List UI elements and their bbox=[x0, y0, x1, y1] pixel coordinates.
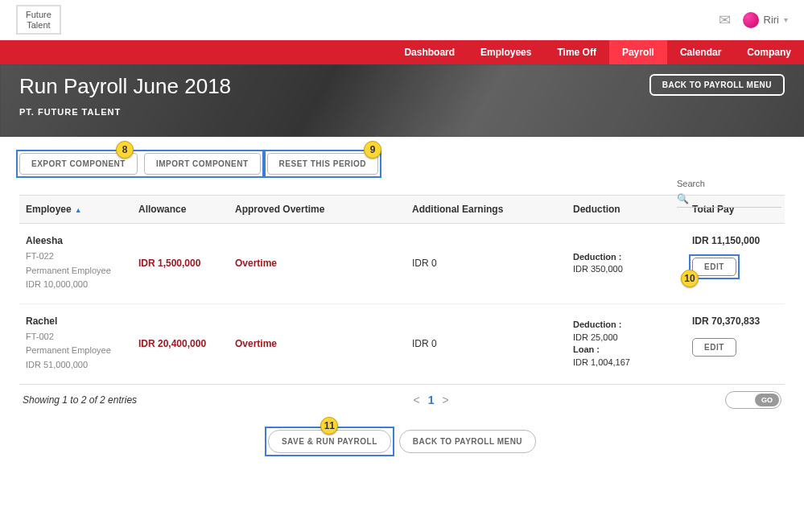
import-component-button[interactable]: IMPORT COMPONENT bbox=[144, 153, 261, 175]
deduction-line: Deduction :IDR 25,000 bbox=[573, 319, 679, 344]
bottom-actions: SAVE & RUN PAYROLL 11 BACK TO PAYROLL ME… bbox=[19, 430, 785, 453]
user-name: Riri bbox=[764, 14, 780, 26]
payroll-table: Employee▲ Allowance Approved Overtime Ad… bbox=[19, 195, 785, 385]
logo: Future Talent bbox=[16, 5, 61, 34]
nav-payroll[interactable]: Payroll bbox=[609, 40, 667, 64]
back-to-payroll-bottom-button[interactable]: BACK TO PAYROLL MENU bbox=[399, 430, 536, 453]
overtime-link[interactable]: Overtime bbox=[235, 338, 277, 349]
annotation-badge-8: 8 bbox=[116, 141, 134, 159]
employee-type: Permanent Employee bbox=[26, 264, 126, 278]
nav-company[interactable]: Company bbox=[734, 40, 804, 64]
table-body: AleeshaFT-022Permanent EmployeeIDR 10,00… bbox=[19, 224, 785, 385]
content: EXPORT COMPONENT IMPORT COMPONENT 8 RESE… bbox=[0, 137, 804, 469]
col-additional[interactable]: Additional Earnings bbox=[406, 196, 567, 223]
search-input[interactable] bbox=[677, 192, 781, 208]
go-wrap: GO bbox=[725, 391, 781, 409]
employee-type: Permanent Employee bbox=[26, 344, 126, 358]
avatar-icon bbox=[743, 12, 759, 28]
search-box: Search 🔍 bbox=[677, 179, 781, 208]
logo-line1: Future bbox=[26, 10, 52, 19]
total-pay-value: IDR 11,150,000 bbox=[692, 235, 778, 246]
search-label: Search bbox=[677, 179, 781, 188]
chevron-down-icon: ▾ bbox=[784, 15, 788, 24]
go-box[interactable]: GO bbox=[725, 391, 781, 409]
deduction-line: Loan :IDR 1,004,167 bbox=[573, 344, 679, 369]
logo-line2: Talent bbox=[26, 20, 52, 30]
nav-time-off[interactable]: Time Off bbox=[544, 40, 608, 64]
allowance-value: IDR 20,400,000 bbox=[138, 338, 206, 349]
employee-base: IDR 51,000,000 bbox=[26, 358, 126, 373]
employee-code: FT-022 bbox=[26, 250, 126, 264]
mail-icon[interactable]: ✉ bbox=[719, 11, 731, 29]
total-pay-value: IDR 70,370,833 bbox=[692, 315, 778, 327]
employee-code: FT-002 bbox=[26, 330, 126, 344]
overtime-link[interactable]: Overtime bbox=[235, 258, 277, 269]
annotation-badge-11: 11 bbox=[320, 417, 338, 435]
deduction-line: Deduction :IDR 350,000 bbox=[573, 251, 679, 276]
reset-period-button[interactable]: RESET THIS PERIOD bbox=[267, 153, 379, 175]
topbar: Future Talent ✉ Riri ▾ bbox=[0, 0, 804, 40]
nav-calendar[interactable]: Calendar bbox=[667, 40, 734, 64]
topbar-right: ✉ Riri ▾ bbox=[719, 11, 789, 29]
entries-info: Showing 1 to 2 of 2 entries bbox=[23, 394, 137, 406]
col-overtime[interactable]: Approved Overtime bbox=[229, 196, 406, 223]
action-row: EXPORT COMPONENT IMPORT COMPONENT 8 RESE… bbox=[19, 153, 785, 175]
table-header: Employee▲ Allowance Approved Overtime Ad… bbox=[19, 196, 785, 224]
employee-base: IDR 10,000,000 bbox=[26, 278, 126, 292]
employee-name: Rachel bbox=[26, 315, 126, 327]
employee-name: Aleesha bbox=[26, 235, 126, 246]
annotation-badge-9: 9 bbox=[364, 141, 381, 159]
page-title: Run Payroll June 2018 bbox=[19, 74, 231, 99]
table-row: AleeshaFT-022Permanent EmployeeIDR 10,00… bbox=[19, 224, 785, 304]
col-deduction[interactable]: Deduction bbox=[567, 196, 686, 223]
hero: Run Payroll June 2018 PT. FUTURE TALENT … bbox=[0, 64, 804, 137]
back-to-payroll-hero-button[interactable]: BACK TO PAYROLL MENU bbox=[649, 74, 785, 96]
edit-button[interactable]: EDIT bbox=[692, 258, 736, 276]
pager-next[interactable]: > bbox=[442, 394, 448, 406]
edit-button[interactable]: EDIT bbox=[692, 338, 736, 357]
additional-value: IDR 0 bbox=[412, 338, 437, 349]
user-menu[interactable]: Riri ▾ bbox=[743, 12, 789, 28]
pager-prev[interactable]: < bbox=[413, 394, 419, 406]
allowance-value: IDR 1,500,000 bbox=[138, 258, 200, 269]
col-employee[interactable]: Employee▲ bbox=[19, 196, 132, 223]
annotation-badge-10: 10 bbox=[681, 270, 699, 287]
go-button[interactable]: GO bbox=[755, 394, 779, 406]
nav-employees[interactable]: Employees bbox=[468, 40, 544, 64]
additional-value: IDR 0 bbox=[412, 258, 437, 269]
pager: < 1 > bbox=[413, 394, 448, 406]
company-name: PT. FUTURE TALENT bbox=[19, 107, 231, 117]
table-row: RachelFT-002Permanent EmployeeIDR 51,000… bbox=[19, 304, 785, 384]
nav-dashboard[interactable]: Dashboard bbox=[391, 40, 468, 64]
pager-current[interactable]: 1 bbox=[428, 394, 435, 406]
col-allowance[interactable]: Allowance bbox=[132, 196, 229, 223]
table-footer: Showing 1 to 2 of 2 entries < 1 > GO bbox=[19, 385, 785, 415]
main-nav: DashboardEmployeesTime OffPayrollCalenda… bbox=[0, 40, 804, 64]
sort-asc-icon: ▲ bbox=[75, 206, 82, 214]
